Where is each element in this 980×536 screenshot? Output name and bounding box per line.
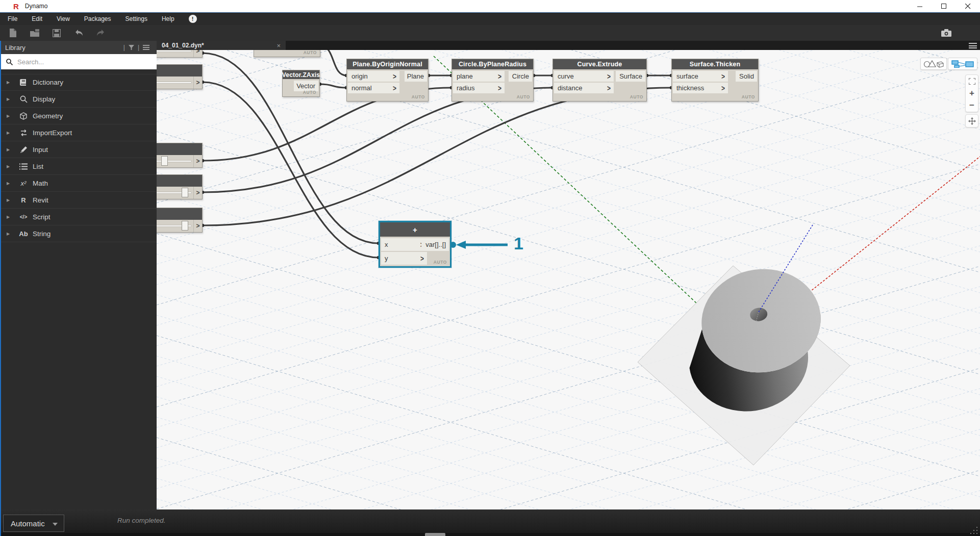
- node-circle-byplaneradius[interactable]: Circle.ByPlaneRadiusplane>radius>CircleA…: [451, 59, 534, 101]
- slider-track[interactable]: [157, 82, 192, 84]
- node-plane-byoriginnormal[interactable]: Plane.ByOriginNormalorigin>normal>PlaneA…: [346, 59, 429, 101]
- menu-file[interactable]: File: [0, 13, 24, 25]
- input-port-distance[interactable]: distance>: [554, 83, 614, 93]
- input-port-plane[interactable]: plane>: [453, 71, 505, 82]
- geometry-view-button[interactable]: [920, 58, 947, 70]
- sidebar-item-geometry[interactable]: ▶Geometry: [0, 108, 157, 124]
- library-menu-icon[interactable]: [143, 45, 149, 50]
- input-port-radius[interactable]: radius>: [453, 83, 505, 93]
- number-slider-node[interactable]: >: [157, 143, 203, 168]
- input-port-normal[interactable]: normal>: [348, 83, 399, 93]
- input-port-label: curve: [558, 72, 574, 80]
- run-mode-dropdown[interactable]: Automatic: [3, 515, 64, 532]
- node-curve-extrude[interactable]: Curve.Extrudecurve>distance>SurfaceAUTO: [552, 59, 647, 101]
- sidebar-item-dictionary[interactable]: ▶Dictionary: [0, 74, 157, 91]
- zoom-out-button[interactable]: −: [965, 99, 978, 112]
- tab-close-icon[interactable]: ×: [277, 42, 281, 49]
- expand-arrow-icon[interactable]: ▶: [7, 114, 10, 118]
- search-input[interactable]: [17, 58, 135, 66]
- number-slider-node[interactable]: >: [157, 174, 203, 199]
- window-title: Dynamo: [25, 3, 48, 10]
- menu-packages[interactable]: Packages: [77, 13, 118, 25]
- library-search[interactable]: [0, 54, 157, 69]
- sidebar-item-input[interactable]: ▶Input: [0, 141, 157, 158]
- filter-icon[interactable]: [129, 45, 134, 50]
- export-workspace-camera-icon[interactable]: [939, 27, 953, 38]
- expand-arrow-icon[interactable]: ▶: [7, 198, 10, 202]
- node-vector-zaxis[interactable]: Vector.ZAxisVectorAUTO: [282, 70, 320, 97]
- zoom-fit-button[interactable]: [965, 75, 978, 87]
- slider-handle[interactable]: [182, 188, 188, 197]
- expand-arrow-icon[interactable]: ▶: [7, 97, 10, 101]
- notifications-icon[interactable]: !: [189, 15, 197, 23]
- menubar: File Edit View Packages Settings Help !: [0, 12, 980, 25]
- chevron-right-icon: >: [721, 72, 725, 81]
- sidebar-item-math[interactable]: ▶x²Math: [0, 175, 157, 192]
- input-port-y[interactable]: y>: [381, 252, 427, 265]
- output-port-var-[interactable]: var[]..[]: [421, 238, 449, 251]
- input-port-thickness[interactable]: thickness>: [673, 83, 728, 93]
- expand-arrow-icon[interactable]: ▶: [7, 80, 10, 85]
- node-cutoff-top[interactable]: AUTO: [254, 50, 320, 57]
- sidebar-item-list[interactable]: ▶List: [0, 158, 157, 175]
- node--[interactable]: +x>y>var[]..[]AUTO: [379, 221, 451, 268]
- slider-track[interactable]: [157, 50, 192, 52]
- input-port-curve[interactable]: curve>: [554, 71, 614, 82]
- close-button[interactable]: [956, 0, 980, 12]
- menu-help[interactable]: Help: [155, 13, 182, 25]
- library-header: Library | |: [0, 41, 157, 54]
- slider-handle[interactable]: [161, 156, 168, 166]
- output-port-circle[interactable]: Circle: [509, 71, 532, 82]
- expand-arrow-icon[interactable]: ▶: [7, 164, 10, 169]
- sidebar-item-string[interactable]: ▶AbString: [0, 225, 157, 242]
- menu-view[interactable]: View: [49, 13, 77, 25]
- output-port[interactable]: >: [193, 50, 202, 57]
- resize-grip[interactable]: [969, 526, 978, 535]
- sidebar-item-script[interactable]: ▶</>Script: [0, 209, 157, 225]
- new-file-icon[interactable]: [6, 28, 19, 39]
- input-port-x[interactable]: x>: [381, 238, 427, 251]
- output-port[interactable]: >: [193, 76, 202, 89]
- workspace: 04_01_02.dyn* × Vector.ZAxisVectorAUTOPl…: [157, 41, 980, 509]
- input-port-origin[interactable]: origin>: [348, 71, 399, 82]
- number-slider-node[interactable]: >: [157, 64, 203, 89]
- slider-handle[interactable]: [182, 221, 188, 231]
- node-surface-thicken[interactable]: Surface.Thickensurface>thickness>SolidAU…: [671, 59, 759, 101]
- number-slider-node[interactable]: >: [157, 50, 203, 58]
- library-panel: Library | | ▶Dictionary▶Display▶Geometry…: [0, 41, 157, 509]
- sidebar-item-revit[interactable]: ▶RRevit: [0, 192, 157, 209]
- expand-arrow-icon[interactable]: ▶: [7, 232, 10, 236]
- minimize-button[interactable]: [908, 0, 932, 12]
- expand-arrow-icon[interactable]: ▶: [7, 215, 10, 219]
- redo-icon[interactable]: [94, 28, 107, 39]
- output-port-solid[interactable]: Solid: [736, 71, 757, 82]
- sidebar-item-importexport[interactable]: ▶ImportExport: [0, 124, 157, 141]
- node-graph-icon: [951, 60, 974, 68]
- graph-canvas[interactable]: Vector.ZAxisVectorAUTOPlane.ByOriginNorm…: [157, 50, 980, 509]
- output-port[interactable]: >: [193, 187, 202, 199]
- zoom-in-button[interactable]: +: [965, 87, 978, 99]
- open-file-icon[interactable]: [28, 28, 41, 39]
- chevron-right-icon: >: [607, 84, 611, 93]
- output-port-plane[interactable]: Plane: [405, 71, 427, 82]
- undo-icon[interactable]: [72, 28, 85, 39]
- menu-settings[interactable]: Settings: [118, 13, 155, 25]
- sidebar-item-display[interactable]: ▶Display: [0, 91, 157, 108]
- maximize-button[interactable]: [932, 0, 956, 12]
- input-port-surface[interactable]: surface>: [673, 71, 728, 82]
- output-port[interactable]: >: [193, 155, 202, 167]
- save-icon[interactable]: [50, 28, 63, 39]
- number-slider-node[interactable]: >: [157, 208, 203, 233]
- expand-arrow-icon[interactable]: ▶: [7, 147, 10, 152]
- output-port-surface[interactable]: Surface: [616, 71, 645, 82]
- expand-arrow-icon[interactable]: ▶: [7, 131, 10, 135]
- tab-04-01-02[interactable]: 04_01_02.dyn* ×: [157, 41, 286, 50]
- expand-arrow-icon[interactable]: ▶: [7, 181, 10, 186]
- output-port[interactable]: >: [193, 220, 202, 232]
- taskbar-nub: [425, 533, 445, 536]
- workspace-menu-icon[interactable]: [969, 43, 977, 48]
- pan-button[interactable]: [965, 114, 978, 127]
- graph-view-button-active[interactable]: [948, 58, 977, 70]
- menu-edit[interactable]: Edit: [24, 13, 49, 25]
- revit-r-icon: R: [18, 195, 29, 205]
